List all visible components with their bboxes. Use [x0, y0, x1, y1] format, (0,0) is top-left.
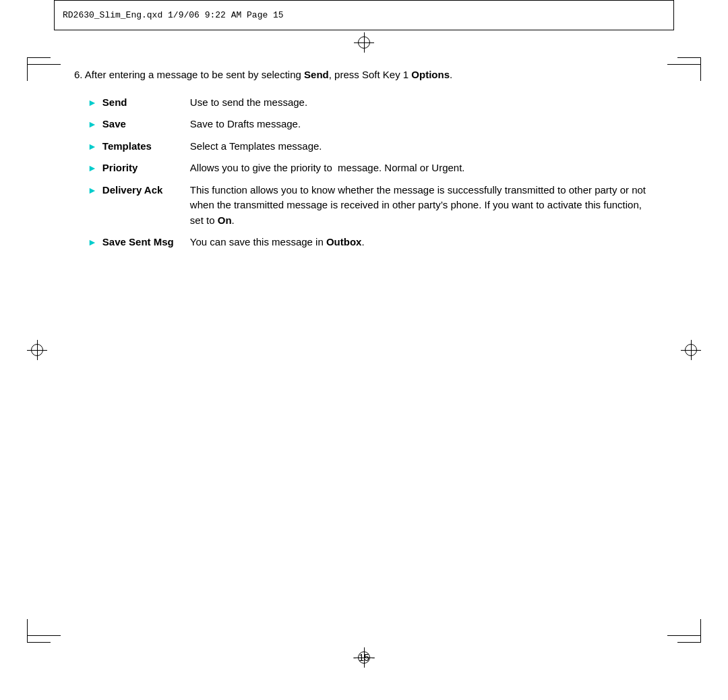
arrow-icon: ► [88, 140, 97, 154]
item-desc-delivery-ack-bold: On [218, 214, 232, 226]
corner-bottom-right [677, 619, 701, 643]
page-number: - 15 - [353, 652, 375, 663]
step-number: 6. [74, 69, 85, 80]
item-label-priority: Priority [102, 161, 190, 176]
item-desc-save: Save to Drafts message. [190, 117, 301, 132]
list-item: ► Templates Select a Templates message. [88, 139, 654, 154]
corner-top-left [27, 57, 51, 81]
corner-top-right [677, 57, 701, 81]
page-number-text: - 15 - [353, 652, 375, 663]
arrow-icon: ► [88, 183, 97, 198]
item-label-save-sent: Save Sent Msg [102, 235, 190, 250]
intro-text-before: After entering a message to be sent by s… [85, 69, 304, 80]
item-desc-delivery-ack: This function allows you to know whether… [190, 183, 654, 229]
intro-paragraph: 6. After entering a message to be sent b… [74, 67, 654, 83]
top-line-left [27, 64, 61, 65]
top-line-right [667, 64, 701, 65]
list-item: ► Save Save to Drafts message. [88, 117, 654, 132]
list-item: ► Delivery Ack This function allows you … [88, 183, 654, 229]
main-content: 6. After entering a message to be sent b… [74, 67, 654, 633]
item-desc-priority: Allows you to give the priority to messa… [190, 161, 465, 176]
arrow-icon: ► [88, 117, 97, 132]
intro-bold-options: Options [411, 69, 450, 80]
intro-bold-send: Send [304, 69, 329, 80]
intro-text-middle: , press Soft Key 1 [329, 69, 412, 80]
bottom-line-right [667, 635, 701, 636]
item-label-delivery-ack: Delivery Ack [102, 183, 190, 198]
item-desc-save-sent-bold: Outbox [326, 236, 362, 247]
item-desc-templates: Select a Templates message. [190, 139, 322, 154]
bottom-line-left [27, 635, 61, 636]
list-item: ► Save Sent Msg You can save this messag… [88, 235, 654, 250]
arrow-icon: ► [88, 96, 97, 110]
list-item: ► Send Use to send the message. [88, 95, 654, 111]
corner-bottom-left [27, 619, 51, 643]
item-desc-send: Use to send the message. [190, 95, 307, 111]
crosshair-top [354, 32, 374, 53]
intro-text-end: . [450, 69, 452, 80]
menu-list: ► Send Use to send the message. ► Save S… [88, 95, 654, 250]
item-label-save: Save [102, 117, 190, 132]
arrow-icon: ► [88, 235, 97, 250]
item-label-send: Send [102, 95, 190, 111]
header-text: RD2630_Slim_Eng.qxd 1/9/06 9:22 AM Page … [63, 10, 284, 20]
list-item: ► Priority Allows you to give the priori… [88, 161, 654, 176]
header-bar: RD2630_Slim_Eng.qxd 1/9/06 9:22 AM Page … [54, 0, 674, 30]
item-desc-save-sent: You can save this message in Outbox. [190, 235, 365, 250]
item-label-templates: Templates [102, 139, 190, 154]
crosshair-left [27, 340, 47, 360]
arrow-icon: ► [88, 161, 97, 175]
crosshair-right [681, 340, 701, 360]
